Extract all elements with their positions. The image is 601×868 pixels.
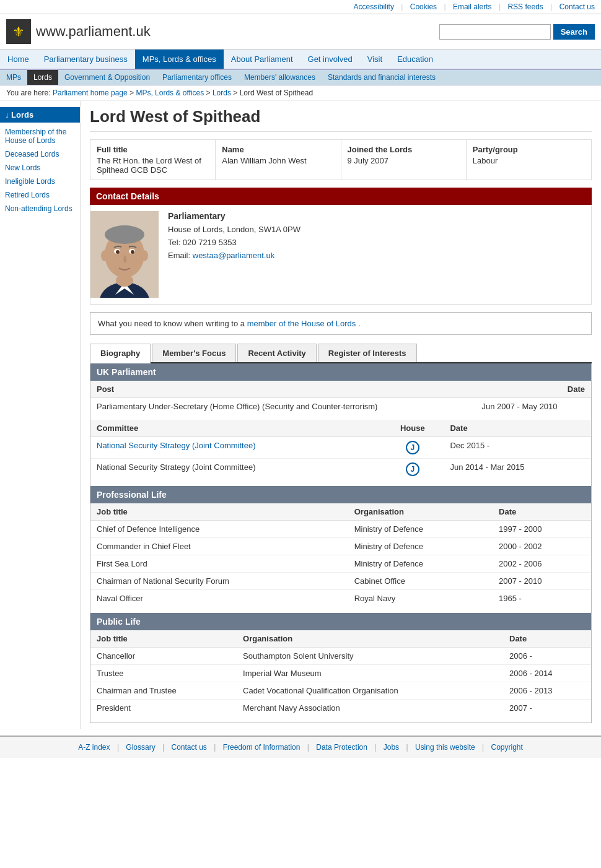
sub-nav-parliamentary-offices[interactable]: Parliamentary offices xyxy=(156,70,238,85)
tab-members-focus[interactable]: Member's Focus xyxy=(152,344,236,362)
tab-register-interests[interactable]: Register of Interests xyxy=(318,344,417,362)
sidebar: ↓ Lords Membership of the House of Lords… xyxy=(0,101,81,729)
notice-text-after: . xyxy=(358,319,361,328)
pub-col-date: Date xyxy=(503,630,591,648)
tab-biography[interactable]: Biography xyxy=(90,344,151,363)
breadcrumb-home[interactable]: Parliament home page xyxy=(53,89,128,97)
table-row: National Security Strategy (Joint Commit… xyxy=(90,459,591,480)
pub-date-3: 2007 - xyxy=(503,700,591,717)
table-row: National Security Strategy (Joint Commit… xyxy=(90,437,591,459)
nav-item-about-parliament[interactable]: About Parliament xyxy=(224,50,300,69)
breadcrumb-lords[interactable]: Lords xyxy=(213,89,231,97)
member-house-lords-link[interactable]: member of the House of Lords xyxy=(247,319,356,328)
party-cell: Party/group Labour xyxy=(467,140,591,180)
footer-foi[interactable]: Freedom of Information xyxy=(223,743,300,752)
search-area: Search xyxy=(439,24,595,40)
nav-item-mps-lords-offices[interactable]: MPs, Lords & offices xyxy=(135,50,224,69)
prof-job-0: Chief of Defence Intelligence xyxy=(90,521,348,538)
nav-item-education[interactable]: Education xyxy=(390,50,441,69)
member-photo-svg xyxy=(90,211,159,298)
accessibility-link[interactable]: Accessibility xyxy=(354,2,394,11)
sidebar-item-deceased[interactable]: Deceased Lords xyxy=(0,147,80,161)
nav-item-home[interactable]: Home xyxy=(0,50,37,69)
footer-contact[interactable]: Contact us xyxy=(172,743,207,752)
top-bar: Accessibility | Cookies | Email alerts |… xyxy=(0,0,601,14)
table-row: First Sea Lord Ministry of Defence 2002 … xyxy=(90,555,591,573)
pub-org-3: Merchant Navy Association xyxy=(237,700,503,717)
search-input[interactable] xyxy=(439,24,551,40)
pub-job-0: Chancellor xyxy=(90,648,237,665)
house-joint-icon-0: J xyxy=(406,441,419,454)
committee-house-0: J xyxy=(381,437,444,459)
table-row: Chairman and Trustee Cadet Vocational Qu… xyxy=(90,682,591,700)
prof-org-2: Ministry of Defence xyxy=(348,555,493,573)
footer-jobs[interactable]: Jobs xyxy=(384,743,399,752)
table-row: Chief of Defence Intelligence Ministry o… xyxy=(90,521,591,538)
footer-az-index[interactable]: A-Z index xyxy=(78,743,110,752)
committee-name-1: National Security Strategy (Joint Commit… xyxy=(90,459,381,480)
prof-col-date: Date xyxy=(493,503,591,521)
pub-job-3: President xyxy=(90,700,237,717)
footer: A-Z index | Glossary | Contact us | Free… xyxy=(0,736,601,758)
sidebar-item-retired[interactable]: Retired Lords xyxy=(0,188,80,202)
name-label: Name xyxy=(222,145,334,154)
prof-org-4: Royal Navy xyxy=(348,590,493,607)
prof-col-org: Organisation xyxy=(348,503,493,521)
table-row: President Merchant Navy Association 2007… xyxy=(90,700,591,717)
full-title-cell: Full title The Rt Hon. the Lord West of … xyxy=(90,140,216,180)
footer-data-protection[interactable]: Data Protection xyxy=(316,743,367,752)
footer-glossary[interactable]: Glossary xyxy=(126,743,155,752)
joined-cell: Joined the Lords 9 July 2007 xyxy=(341,140,467,180)
sub-nav-mps[interactable]: MPs xyxy=(0,70,27,85)
tab-content: UK Parliament Post Date Parliamentary Un… xyxy=(90,363,592,723)
sub-nav-government-opposition[interactable]: Government & Opposition xyxy=(58,70,156,85)
committee-house-1: J xyxy=(381,459,444,480)
professional-life-table: Job title Organisation Date Chief of Def… xyxy=(90,503,591,607)
post-name: Parliamentary Under-Secretary (Home Offi… xyxy=(90,398,475,415)
nav-item-parliamentary-business[interactable]: Parliamentary business xyxy=(37,50,135,69)
sidebar-item-non-attending[interactable]: Non-attending Lords xyxy=(0,202,80,215)
email-alerts-link[interactable]: Email alerts xyxy=(453,2,492,11)
contact-header: Contact Details xyxy=(90,188,592,205)
sub-nav-standards-financial[interactable]: Standards and financial interests xyxy=(322,70,442,85)
sub-nav-members-allowances[interactable]: Members' allowances xyxy=(238,70,322,85)
contact-us-link[interactable]: Contact us xyxy=(559,2,595,11)
public-life-header: Public Life xyxy=(90,613,591,630)
footer-using-website[interactable]: Using this website xyxy=(415,743,475,752)
breadcrumb-mps-lords[interactable]: MPs, Lords & offices xyxy=(136,89,204,97)
table-row: Parliamentary Under-Secretary (Home Offi… xyxy=(90,398,591,415)
header: ⚜ www.parliament.uk Search xyxy=(0,14,601,50)
joined-value: 9 July 2007 xyxy=(348,156,460,165)
posts-table: Post Date Parliamentary Under-Secretary … xyxy=(90,381,591,415)
pub-org-0: Southampton Solent University xyxy=(237,648,503,665)
name-value: Alan William John West xyxy=(222,156,334,165)
public-life-table: Job title Organisation Date Chancellor S… xyxy=(90,630,591,716)
table-row: Chancellor Southampton Solent University… xyxy=(90,648,591,665)
sidebar-item-ineligible[interactable]: Ineligible Lords xyxy=(0,175,80,188)
nav-item-visit[interactable]: Visit xyxy=(360,50,390,69)
pub-col-org: Organisation xyxy=(237,630,503,648)
nav-item-get-involved[interactable]: Get involved xyxy=(300,50,360,69)
pub-col-job: Job title xyxy=(90,630,237,648)
search-button[interactable]: Search xyxy=(553,24,595,40)
rss-feeds-link[interactable]: RSS feeds xyxy=(507,2,543,11)
sub-nav-lords[interactable]: Lords xyxy=(27,70,58,85)
prof-date-1: 2000 - 2002 xyxy=(493,538,591,555)
sidebar-item-new[interactable]: New Lords xyxy=(0,161,80,175)
cookies-link[interactable]: Cookies xyxy=(410,2,437,11)
breadcrumb-current: Lord West of Spithead xyxy=(240,89,314,97)
notice-text-before: What you need to know when writing to a xyxy=(98,319,245,328)
prof-job-2: First Sea Lord xyxy=(90,555,348,573)
email-label: Email: xyxy=(168,251,190,260)
contact-info: Parliamentary House of Lords, London, SW… xyxy=(168,211,591,298)
member-photo xyxy=(90,211,159,298)
tab-recent-activity[interactable]: Recent Activity xyxy=(237,344,316,362)
site-logo-text: www.parliament.uk xyxy=(36,24,151,40)
committees-table: Committee House Date National Security S… xyxy=(90,420,591,480)
full-title-value: The Rt Hon. the Lord West of Spithead GC… xyxy=(97,156,209,175)
sidebar-item-membership[interactable]: Membership of the House of Lords xyxy=(0,125,80,147)
committee-date-0: Dec 2015 - xyxy=(444,437,591,459)
prof-org-3: Cabinet Office xyxy=(348,573,493,590)
footer-copyright[interactable]: Copyright xyxy=(491,743,522,752)
email-link[interactable]: westaa@parliament.uk xyxy=(193,251,274,260)
